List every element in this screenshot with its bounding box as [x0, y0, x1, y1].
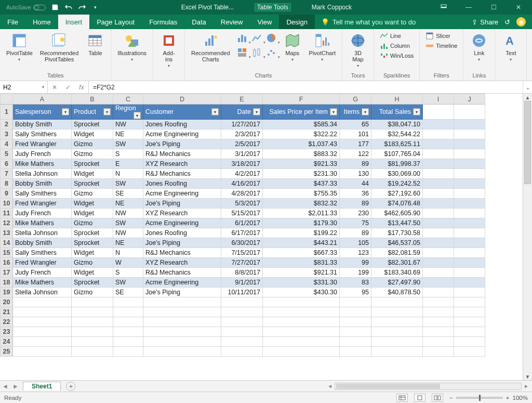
- empty-cell[interactable]: [371, 337, 423, 347]
- data-cell[interactable]: $17,730.58: [371, 228, 423, 238]
- timeline-button[interactable]: Timeline: [424, 41, 459, 50]
- maps-button[interactable]: Maps▾: [281, 31, 304, 63]
- table-header-cell[interactable]: Sales Price per Item▾: [263, 105, 340, 120]
- data-cell[interactable]: E: [113, 159, 143, 169]
- data-cell[interactable]: $183,340.69: [371, 268, 423, 278]
- empty-cell[interactable]: [221, 337, 263, 347]
- empty-cell[interactable]: [221, 347, 263, 357]
- empty-cell[interactable]: [263, 327, 340, 337]
- row-header[interactable]: 8: [1, 179, 13, 189]
- data-cell[interactable]: NE: [113, 199, 143, 209]
- table-header-cell[interactable]: Region▾: [113, 105, 143, 120]
- empty-cell[interactable]: [72, 337, 113, 347]
- data-cell[interactable]: Sally Smithers: [13, 129, 72, 139]
- empty-cell[interactable]: [263, 297, 340, 307]
- empty-cell[interactable]: [371, 297, 423, 307]
- table-header-cell[interactable]: Items▾: [340, 105, 371, 120]
- empty-cell[interactable]: [371, 327, 423, 337]
- normal-view-icon[interactable]: [396, 394, 408, 402]
- data-cell[interactable]: $831.33: [263, 258, 340, 268]
- data-cell[interactable]: Stella Johnson: [13, 288, 72, 297]
- data-cell[interactable]: $437.33: [263, 179, 340, 189]
- column-header[interactable]: H: [371, 94, 423, 105]
- ribbon-options-icon[interactable]: [433, 0, 454, 15]
- data-cell[interactable]: NW: [113, 120, 143, 129]
- empty-cell[interactable]: [143, 347, 221, 357]
- column-header[interactable]: E: [221, 94, 263, 105]
- data-cell[interactable]: $585.34: [263, 120, 340, 129]
- data-cell[interactable]: NE: [113, 238, 143, 248]
- data-cell[interactable]: 7/27/2017: [221, 258, 263, 268]
- data-cell[interactable]: R&J Mechanics: [143, 169, 221, 179]
- row-header[interactable]: 2: [1, 120, 13, 129]
- data-cell[interactable]: 8/8/2017: [221, 268, 263, 278]
- data-cell[interactable]: Sally Smithers: [13, 248, 72, 258]
- table-button[interactable]: Table: [84, 31, 107, 57]
- filter-dropdown-icon[interactable]: ▾: [134, 112, 141, 119]
- expand-formula-bar-icon[interactable]: ⌄: [523, 81, 532, 93]
- empty-cell[interactable]: [263, 317, 340, 327]
- data-cell[interactable]: 2/5/2017: [221, 139, 263, 149]
- sparkline-column-button[interactable]: Column: [378, 41, 415, 50]
- data-cell[interactable]: XYZ Research: [143, 209, 221, 218]
- empty-cell[interactable]: [454, 337, 485, 347]
- tab-home[interactable]: Home: [25, 15, 58, 29]
- stats-chart-icon[interactable]: ▾: [250, 46, 263, 59]
- row-header[interactable]: 22: [1, 317, 13, 327]
- data-cell[interactable]: $40,878.50: [371, 288, 423, 297]
- row-header[interactable]: 12: [1, 218, 13, 228]
- data-cell[interactable]: N: [113, 169, 143, 179]
- empty-cell[interactable]: [72, 307, 113, 317]
- row-header[interactable]: 11: [1, 209, 13, 218]
- minimize-icon[interactable]: —: [458, 0, 479, 15]
- row-header[interactable]: 5: [1, 149, 13, 159]
- enter-formula-icon[interactable]: ✓: [61, 84, 75, 91]
- row-header[interactable]: 13: [1, 228, 13, 238]
- column-header[interactable]: C: [113, 94, 143, 105]
- empty-cell[interactable]: [340, 297, 371, 307]
- feedback-icon[interactable]: ☻: [516, 17, 526, 27]
- data-cell[interactable]: NW: [113, 228, 143, 238]
- page-break-view-icon[interactable]: [432, 394, 443, 402]
- save-icon[interactable]: [51, 3, 59, 11]
- row-header[interactable]: 14: [1, 238, 13, 248]
- empty-cell[interactable]: [113, 347, 143, 357]
- data-cell[interactable]: Widget: [72, 129, 113, 139]
- data-cell[interactable]: Gizmo: [72, 139, 113, 149]
- empty-cell[interactable]: [263, 337, 340, 347]
- data-cell[interactable]: S: [113, 268, 143, 278]
- select-all-corner[interactable]: [1, 94, 13, 105]
- table-header-cell[interactable]: Product▾: [72, 105, 113, 120]
- hscroll-right-icon[interactable]: ►: [524, 383, 529, 389]
- illustrations-button[interactable]: Illustrations▾: [115, 31, 149, 63]
- share-button[interactable]: ⇪Share: [472, 18, 498, 26]
- data-cell[interactable]: 122: [340, 149, 371, 159]
- tab-review[interactable]: Review: [214, 15, 250, 29]
- data-cell[interactable]: Gizmo: [72, 189, 113, 199]
- row-header[interactable]: 3: [1, 129, 13, 139]
- formula-input[interactable]: =F2*G2: [89, 81, 523, 93]
- filter-dropdown-icon[interactable]: ▾: [413, 108, 420, 115]
- data-cell[interactable]: 177: [340, 139, 371, 149]
- row-header[interactable]: 25: [1, 347, 13, 357]
- data-cell[interactable]: Sprocket: [72, 238, 113, 248]
- data-cell[interactable]: Fred Wrangler: [13, 199, 72, 209]
- data-cell[interactable]: Widget: [72, 248, 113, 258]
- data-cell[interactable]: Stella Johnson: [13, 228, 72, 238]
- tell-me-search[interactable]: 💡 Tell me what you want to do: [321, 18, 416, 26]
- data-cell[interactable]: XYZ Research: [143, 159, 221, 169]
- data-cell[interactable]: 3/1/2017: [221, 149, 263, 159]
- link-button[interactable]: Link▾: [468, 31, 490, 63]
- data-cell[interactable]: 105: [340, 238, 371, 248]
- data-cell[interactable]: Joe's Piping: [143, 199, 221, 209]
- row-header[interactable]: 7: [1, 169, 13, 179]
- column-header[interactable]: D: [143, 94, 221, 105]
- table-header-cell[interactable]: Customer▾: [143, 105, 221, 120]
- empty-cell[interactable]: [221, 327, 263, 337]
- worksheet-grid[interactable]: ABCDEFGHIJ1Salesperson▾Product▾Region▾Cu…: [0, 94, 523, 380]
- pivotchart-button[interactable]: PivotChart▾: [307, 31, 338, 63]
- vertical-scrollbar[interactable]: ▲▼: [523, 94, 532, 380]
- scatter-chart-icon[interactable]: ▾: [264, 46, 278, 59]
- data-cell[interactable]: $107,765.04: [371, 149, 423, 159]
- empty-cell[interactable]: [340, 317, 371, 327]
